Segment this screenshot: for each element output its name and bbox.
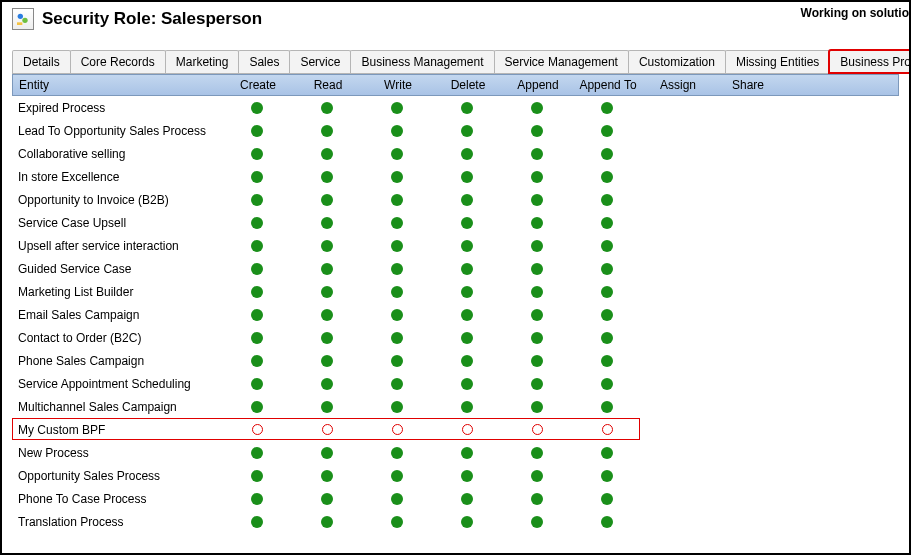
permission-cell[interactable] bbox=[222, 171, 292, 183]
permission-cell[interactable] bbox=[292, 493, 362, 505]
permission-cell[interactable] bbox=[222, 240, 292, 252]
permission-cell[interactable] bbox=[222, 401, 292, 413]
permission-cell[interactable] bbox=[292, 240, 362, 252]
permission-cell[interactable] bbox=[502, 355, 572, 367]
permission-cell[interactable] bbox=[292, 263, 362, 275]
column-header-append[interactable]: Append bbox=[503, 78, 573, 92]
permission-cell[interactable] bbox=[362, 240, 432, 252]
permission-cell[interactable] bbox=[502, 332, 572, 344]
permission-cell[interactable] bbox=[362, 378, 432, 390]
permission-cell[interactable] bbox=[362, 194, 432, 206]
tab-sales[interactable]: Sales bbox=[238, 50, 290, 73]
permission-cell[interactable] bbox=[292, 286, 362, 298]
column-header-assign[interactable]: Assign bbox=[643, 78, 713, 92]
permission-cell[interactable] bbox=[432, 240, 502, 252]
tab-business-process-flows[interactable]: Business Process Flows bbox=[829, 50, 911, 73]
permission-cell[interactable] bbox=[362, 125, 432, 137]
permission-cell[interactable] bbox=[362, 424, 432, 435]
permission-cell[interactable] bbox=[292, 516, 362, 528]
permission-cell[interactable] bbox=[572, 401, 642, 413]
permission-cell[interactable] bbox=[572, 493, 642, 505]
permission-cell[interactable] bbox=[222, 355, 292, 367]
permission-cell[interactable] bbox=[432, 217, 502, 229]
permission-cell[interactable] bbox=[432, 355, 502, 367]
permission-cell[interactable] bbox=[292, 309, 362, 321]
permission-cell[interactable] bbox=[432, 378, 502, 390]
permission-cell[interactable] bbox=[222, 125, 292, 137]
permission-cell[interactable] bbox=[502, 470, 572, 482]
permission-cell[interactable] bbox=[222, 194, 292, 206]
permission-cell[interactable] bbox=[292, 171, 362, 183]
permission-cell[interactable] bbox=[572, 263, 642, 275]
permission-cell[interactable] bbox=[572, 309, 642, 321]
permission-cell[interactable] bbox=[502, 125, 572, 137]
permission-cell[interactable] bbox=[362, 470, 432, 482]
permission-cell[interactable] bbox=[572, 148, 642, 160]
permission-cell[interactable] bbox=[222, 217, 292, 229]
permission-cell[interactable] bbox=[362, 171, 432, 183]
permission-cell[interactable] bbox=[572, 240, 642, 252]
permission-cell[interactable] bbox=[502, 171, 572, 183]
permission-cell[interactable] bbox=[432, 516, 502, 528]
permission-cell[interactable] bbox=[572, 217, 642, 229]
permission-cell[interactable] bbox=[292, 401, 362, 413]
permission-cell[interactable] bbox=[292, 332, 362, 344]
permission-cell[interactable] bbox=[502, 286, 572, 298]
tab-customization[interactable]: Customization bbox=[628, 50, 726, 73]
permission-cell[interactable] bbox=[432, 470, 502, 482]
permission-cell[interactable] bbox=[292, 102, 362, 114]
permission-cell[interactable] bbox=[362, 263, 432, 275]
column-header-entity[interactable]: Entity bbox=[13, 78, 223, 92]
permission-cell[interactable] bbox=[572, 424, 642, 435]
column-header-read[interactable]: Read bbox=[293, 78, 363, 92]
permission-cell[interactable] bbox=[572, 447, 642, 459]
permission-cell[interactable] bbox=[572, 102, 642, 114]
permission-cell[interactable] bbox=[502, 516, 572, 528]
permission-cell[interactable] bbox=[292, 470, 362, 482]
tab-details[interactable]: Details bbox=[12, 50, 71, 73]
permission-cell[interactable] bbox=[222, 332, 292, 344]
permission-cell[interactable] bbox=[432, 332, 502, 344]
permission-cell[interactable] bbox=[222, 470, 292, 482]
permission-cell[interactable] bbox=[222, 102, 292, 114]
permission-cell[interactable] bbox=[502, 447, 572, 459]
permission-cell[interactable] bbox=[432, 125, 502, 137]
column-header-share[interactable]: Share bbox=[713, 78, 783, 92]
permission-cell[interactable] bbox=[292, 355, 362, 367]
permission-cell[interactable] bbox=[502, 424, 572, 435]
permission-cell[interactable] bbox=[572, 286, 642, 298]
permission-cell[interactable] bbox=[502, 194, 572, 206]
permission-cell[interactable] bbox=[572, 470, 642, 482]
permission-cell[interactable] bbox=[572, 355, 642, 367]
permission-cell[interactable] bbox=[362, 447, 432, 459]
permission-cell[interactable] bbox=[432, 263, 502, 275]
permission-cell[interactable] bbox=[432, 309, 502, 321]
permission-cell[interactable] bbox=[222, 378, 292, 390]
permission-cell[interactable] bbox=[222, 148, 292, 160]
permission-cell[interactable] bbox=[572, 516, 642, 528]
column-header-write[interactable]: Write bbox=[363, 78, 433, 92]
permission-cell[interactable] bbox=[432, 493, 502, 505]
tab-missing-entities[interactable]: Missing Entities bbox=[725, 50, 830, 73]
tab-service-management[interactable]: Service Management bbox=[494, 50, 629, 73]
column-header-append-to[interactable]: Append To bbox=[573, 78, 643, 92]
permission-cell[interactable] bbox=[292, 148, 362, 160]
permission-cell[interactable] bbox=[292, 194, 362, 206]
permission-cell[interactable] bbox=[362, 102, 432, 114]
permission-cell[interactable] bbox=[572, 171, 642, 183]
permission-cell[interactable] bbox=[292, 424, 362, 435]
permission-cell[interactable] bbox=[572, 378, 642, 390]
permission-cell[interactable] bbox=[362, 493, 432, 505]
permission-cell[interactable] bbox=[502, 401, 572, 413]
permission-cell[interactable] bbox=[572, 194, 642, 206]
permission-cell[interactable] bbox=[222, 286, 292, 298]
permission-cell[interactable] bbox=[292, 378, 362, 390]
permission-cell[interactable] bbox=[222, 263, 292, 275]
permission-cell[interactable] bbox=[362, 355, 432, 367]
permission-cell[interactable] bbox=[432, 401, 502, 413]
permission-cell[interactable] bbox=[362, 309, 432, 321]
permission-cell[interactable] bbox=[502, 102, 572, 114]
permission-cell[interactable] bbox=[502, 148, 572, 160]
permission-cell[interactable] bbox=[362, 286, 432, 298]
column-header-delete[interactable]: Delete bbox=[433, 78, 503, 92]
